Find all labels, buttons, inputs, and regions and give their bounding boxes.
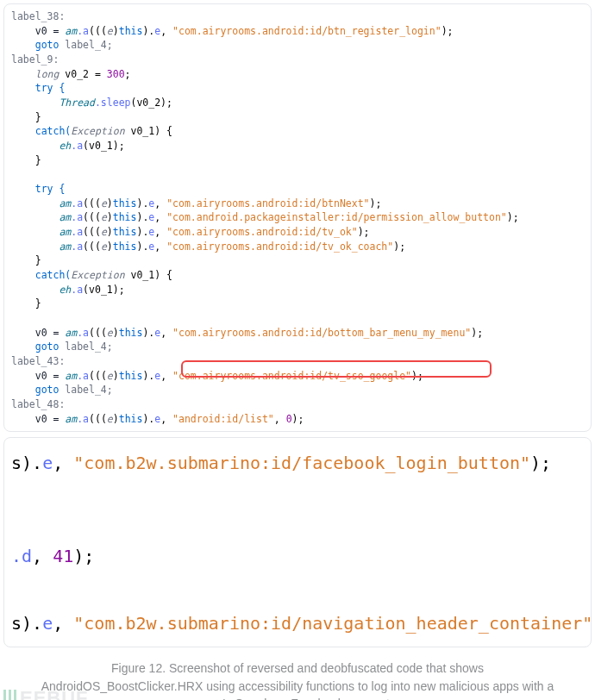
string-bottom-bar-my-menu: "com.airyrooms.android:id/bottom_bar_men… bbox=[172, 327, 471, 339]
code-card-1: label_38: v0 = am.a(((e)this).e, "com.ai… bbox=[3, 3, 592, 432]
string-tv-ok-coach: "com.airyrooms.android:id/tv_ok_coach" bbox=[166, 241, 393, 253]
watermark-bars-icon bbox=[3, 690, 16, 700]
string-permission: "com.android.packageinstaller:id/permiss… bbox=[166, 211, 507, 223]
gap-2 bbox=[11, 572, 584, 607]
label-43: label_43: bbox=[11, 355, 65, 367]
code2-line-2: .d, 41); bbox=[11, 545, 584, 567]
caption-line-2: AndroidOS_BoostClicker.HRX using accessi… bbox=[41, 679, 554, 693]
code2-line-3: s).e, "com.b2w.submarino:id/navigation_h… bbox=[11, 612, 584, 634]
code-pre-1: label_38: v0 = am.a(((e)this).e, "com.ai… bbox=[11, 9, 587, 426]
caption-line-3: user's Google or Facebook accounts bbox=[199, 697, 396, 700]
string-android-list: "android:id/list" bbox=[172, 413, 274, 425]
code-card-2: s).e, "com.b2w.submarino:id/facebook_log… bbox=[3, 437, 592, 647]
string-nav-header: "com.b2w.submarino:id/navigation_header_… bbox=[73, 613, 592, 634]
label-38: label_38: bbox=[11, 10, 65, 22]
watermark-text: EEBUF bbox=[20, 684, 89, 700]
label-48: label_48: bbox=[11, 398, 65, 410]
caption-line-1: Figure 12. Screenshot of reversed and de… bbox=[111, 661, 484, 675]
watermark: EEBUF bbox=[3, 684, 89, 700]
label-9: label_9: bbox=[11, 53, 59, 66]
string-btnnext: "com.airyrooms.android:id/btnNext" bbox=[166, 197, 369, 209]
string-facebook-login: "com.b2w.submarino:id/facebook_login_but… bbox=[73, 453, 530, 473]
figure-caption: EEBUF Figure 12. Screenshot of reversed … bbox=[3, 647, 592, 700]
string-tv-ok: "com.airyrooms.android:id/tv_ok" bbox=[166, 226, 358, 238]
code-block-1: label_38: v0 = am.a(((e)this).e, "com.ai… bbox=[11, 9, 587, 426]
string-btn-register-login: "com.airyrooms.android:id/btn_register_l… bbox=[172, 25, 442, 37]
string-sso-google: "com.airyrooms.android:id/tv_sso_google" bbox=[172, 370, 411, 382]
gap-1 bbox=[11, 479, 584, 540]
code2-line-1: s).e, "com.b2w.submarino:id/facebook_log… bbox=[11, 452, 584, 474]
